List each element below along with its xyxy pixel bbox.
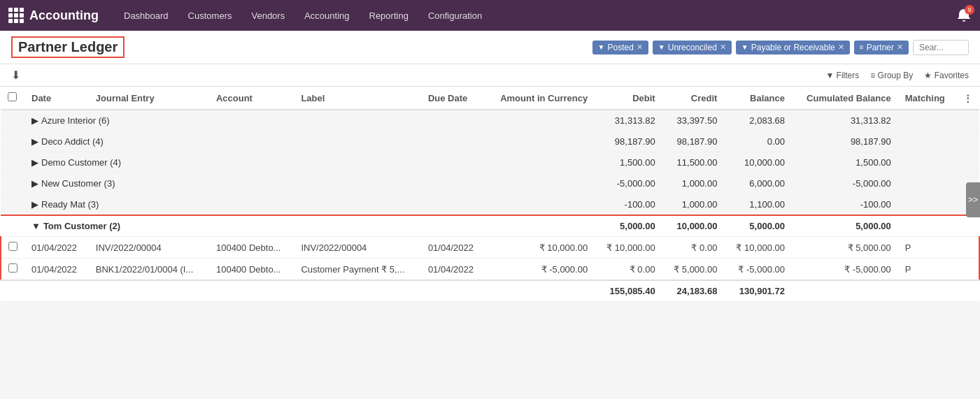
nav-item-accounting[interactable]: Accounting <box>296 6 357 25</box>
table-row[interactable]: 01/04/2022 INV/2022/00004 100400 Debto..… <box>1 237 979 259</box>
row-journal-entry[interactable]: INV/2022/00004 <box>89 237 209 259</box>
filter-label: Unreconciled <box>668 43 717 52</box>
col-due-date: Due Date <box>421 87 485 110</box>
group-credit: 33,397.50 <box>662 110 725 131</box>
expand-arrow-icon[interactable]: ▶ <box>31 115 38 126</box>
groupby-button[interactable]: ≡ Group By <box>870 71 913 80</box>
grid-menu-icon[interactable] <box>8 8 24 23</box>
filter-remove-icon[interactable]: ✕ <box>838 43 844 52</box>
group-balance: 6,000.00 <box>724 173 792 194</box>
row-cumulated-balance: ₹ -5,000.00 <box>792 259 898 281</box>
expand-arrow-icon[interactable]: ▶ <box>31 199 38 210</box>
expand-arrow-icon[interactable]: ▶ <box>31 178 38 189</box>
top-nav-right: 9 <box>956 8 972 23</box>
right-panel-handle[interactable]: >> <box>966 182 980 217</box>
filter-remove-icon[interactable]: ✕ <box>720 43 726 52</box>
search-input[interactable] <box>913 40 969 55</box>
notification-bell[interactable]: 9 <box>956 8 972 23</box>
group-matching <box>898 194 956 216</box>
group-matching <box>898 215 956 237</box>
row-account: 100400 Debto... <box>209 237 294 259</box>
group-amount-currency <box>485 152 595 173</box>
table-row[interactable]: 01/04/2022 BNK1/2022/01/0004 (I... 10040… <box>1 259 979 281</box>
total-debit: 155,085.40 <box>595 280 662 302</box>
row-date: 01/04/2022 <box>24 237 89 259</box>
row-debit: ₹ 0.00 <box>595 259 662 281</box>
group-expand-cell[interactable] <box>1 173 24 194</box>
favorites-button[interactable]: ★ Favorites <box>924 71 969 80</box>
row-balance: ₹ 10,000.00 <box>724 237 792 259</box>
group-row[interactable]: ▶Deco Addict (4) 98,187.90 98,187.90 0.0… <box>1 131 979 152</box>
col-options: ⋮ <box>956 87 979 110</box>
group-expand-cell[interactable] <box>1 215 24 237</box>
total-empty-label <box>24 280 485 302</box>
row-options <box>956 259 979 281</box>
col-cumulated-balance: Cumulated Balance <box>792 87 898 110</box>
group-name[interactable]: ▼Tom Customer (2) <box>24 215 485 237</box>
expand-arrow-icon[interactable]: ▼ <box>31 221 41 231</box>
group-balance: 10,000.00 <box>724 152 792 173</box>
filter-tag-posted[interactable]: ▼ Posted ✕ <box>592 41 648 55</box>
filter-tag-unreconciled[interactable]: ▼ Unreconciled ✕ <box>653 41 732 55</box>
partner-ledger-table: Date Journal Entry Account Label Due Dat… <box>0 87 980 302</box>
group-cumulated-balance: 31,313.82 <box>792 110 898 131</box>
select-all-header[interactable] <box>1 87 24 110</box>
nav-item-vendors[interactable]: Vendors <box>243 6 293 25</box>
select-all-checkbox[interactable] <box>8 92 17 101</box>
download-button[interactable]: ⬇ <box>11 68 20 82</box>
group-credit: 98,187.90 <box>662 131 725 152</box>
group-row[interactable]: ▶Demo Customer (4) 1,500.00 11,500.00 10… <box>1 152 979 173</box>
nav-item-customers[interactable]: Customers <box>180 6 241 25</box>
app-logo[interactable]: Accounting <box>8 8 99 23</box>
group-name[interactable]: ▶Ready Mat (3) <box>24 194 485 216</box>
row-debit: ₹ 10,000.00 <box>595 237 662 259</box>
nav-item-reporting[interactable]: Reporting <box>361 6 417 25</box>
filter-label: Payable or Receivable <box>751 43 835 52</box>
filter-tag-payable-receivable[interactable]: ▼ Payable or Receivable ✕ <box>736 41 850 55</box>
nav-item-configuration[interactable]: Configuration <box>420 6 490 25</box>
group-credit: 1,000.00 <box>662 173 725 194</box>
group-amount-currency <box>485 173 595 194</box>
group-row[interactable]: ▶Azure Interior (6) 31,313.82 33,397.50 … <box>1 110 979 131</box>
group-amount-currency <box>485 194 595 216</box>
expand-arrow-icon[interactable]: ▶ <box>31 136 38 147</box>
totals-row: 155,085.40 24,183.68 130,901.72 <box>1 280 979 302</box>
filter-tag-partner[interactable]: ≡ Partner ✕ <box>854 41 909 55</box>
group-expand-cell[interactable] <box>1 152 24 173</box>
row-label: Customer Payment ₹ 5,... <box>294 259 421 281</box>
row-checkbox[interactable] <box>8 263 17 273</box>
expand-arrow-icon[interactable]: ▶ <box>31 157 38 168</box>
row-journal-entry[interactable]: BNK1/2022/01/0004 (I... <box>89 259 209 281</box>
main-table-container: Date Journal Entry Account Label Due Dat… <box>0 87 980 302</box>
nav-item-dashboard[interactable]: Dashboard <box>115 6 177 25</box>
group-debit: -100.00 <box>595 194 662 216</box>
filter-label: Posted <box>608 43 634 52</box>
page-title: Partner Ledger <box>11 36 125 58</box>
group-cumulated-balance: -5,000.00 <box>792 173 898 194</box>
group-expand-cell[interactable] <box>1 194 24 216</box>
group-debit: -5,000.00 <box>595 173 662 194</box>
row-checkbox[interactable] <box>8 242 17 251</box>
toolbar: ⬇ ▼ Filters ≡ Group By ★ Favorites <box>0 64 980 87</box>
group-matching <box>898 110 956 131</box>
filter-label: Partner <box>867 43 894 52</box>
row-amount-currency: ₹ 10,000.00 <box>485 237 595 259</box>
group-expand-cell[interactable] <box>1 131 24 152</box>
group-row[interactable]: ▶New Customer (3) -5,000.00 1,000.00 6,0… <box>1 173 979 194</box>
filter-funnel-icon: ▼ <box>741 43 748 51</box>
row-checkbox-cell[interactable] <box>1 259 24 281</box>
group-name[interactable]: ▶Demo Customer (4) <box>24 152 485 173</box>
row-date: 01/04/2022 <box>24 259 89 281</box>
filter-remove-icon[interactable]: ✕ <box>897 43 903 52</box>
filter-remove-icon[interactable]: ✕ <box>637 43 643 52</box>
filters-button[interactable]: ▼ Filters <box>825 71 859 80</box>
row-checkbox-cell[interactable] <box>1 237 24 259</box>
group-name[interactable]: ▶Deco Addict (4) <box>24 131 485 152</box>
notification-count: 9 <box>965 5 974 15</box>
group-expand-cell[interactable] <box>1 110 24 131</box>
group-row[interactable]: ▶Ready Mat (3) -100.00 1,000.00 1,100.00… <box>1 194 979 216</box>
group-name[interactable]: ▶New Customer (3) <box>24 173 485 194</box>
group-row[interactable]: ▼Tom Customer (2) 5,000.00 10,000.00 5,0… <box>1 215 979 237</box>
total-empty-check <box>1 280 24 302</box>
group-name[interactable]: ▶Azure Interior (6) <box>24 110 485 131</box>
